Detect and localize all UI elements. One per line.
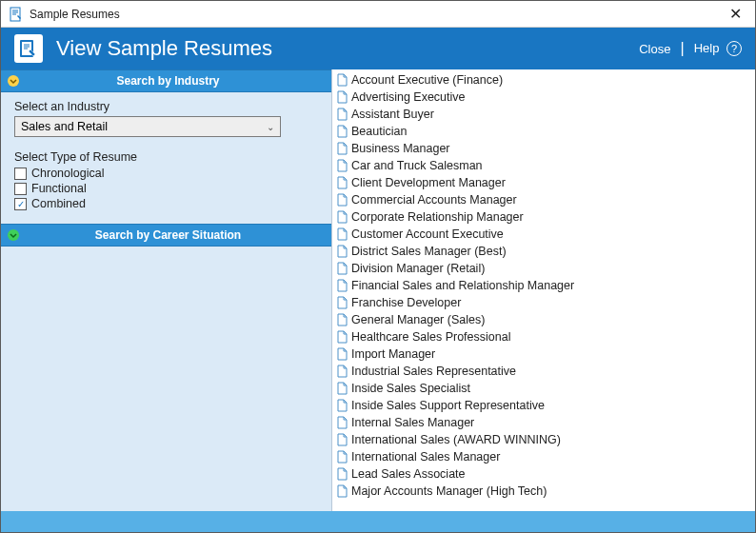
app-icon (14, 34, 43, 63)
list-item[interactable]: Import Manager (334, 345, 755, 363)
footer-bar (1, 511, 755, 533)
list-item[interactable]: Inside Sales Support Representative (334, 397, 755, 414)
accordion-search-by-industry[interactable]: Search by Industry (1, 69, 331, 92)
list-item[interactable]: Advertising Executive (334, 89, 755, 106)
list-item[interactable]: Financial Sales and Relationship Manager (334, 277, 755, 294)
list-item[interactable]: Assistant Buyer (334, 106, 755, 123)
list-item-label: District Sales Manager (Best) (351, 245, 507, 258)
list-item[interactable]: Industrial Sales Representative (334, 363, 755, 380)
window-title: Sample Resumes (30, 8, 724, 21)
titlebar: Sample Resumes ✕ (1, 1, 755, 28)
results-list[interactable]: Account Executive (Finance)Advertising E… (332, 69, 755, 511)
list-item-label: Franchise Developer (351, 296, 461, 309)
list-item[interactable]: Commercial Accounts Manager (334, 191, 755, 208)
dropdown-value: Sales and Retail (21, 120, 108, 133)
checkbox[interactable] (14, 168, 27, 180)
list-item[interactable]: General Manager (Sales) (334, 311, 755, 328)
document-icon (336, 279, 348, 292)
document-icon (336, 227, 348, 241)
document-icon (336, 433, 348, 446)
help-link[interactable]: Help ? (694, 41, 742, 57)
list-item-label: Customer Account Executive (351, 227, 504, 241)
list-item-label: International Sales Manager (351, 450, 500, 464)
accordion-label: Search by Career Situation (22, 228, 331, 242)
arrow-down-icon (5, 227, 22, 244)
app-small-icon (9, 7, 24, 22)
accordion-search-by-career-situation[interactable]: Search by Career Situation (1, 224, 331, 247)
list-item-label: Division Manager (Retail) (351, 262, 485, 275)
help-label: Help (694, 41, 720, 55)
list-item-label: Assistant Buyer (351, 108, 434, 121)
separator: | (680, 40, 684, 57)
document-icon (336, 296, 348, 309)
list-item[interactable]: International Sales (AWARD WINNING) (334, 431, 755, 448)
list-item[interactable]: Customer Account Executive (334, 226, 755, 243)
list-item-label: Account Executive (Finance) (351, 73, 503, 87)
list-item[interactable]: Major Accounts Manager (High Tech) (334, 483, 755, 500)
document-icon (336, 450, 348, 464)
checkbox[interactable]: ✓ (14, 198, 27, 210)
list-item[interactable]: Lead Sales Associate (334, 465, 755, 483)
list-item[interactable]: Business Manager (334, 140, 755, 157)
help-icon: ? (726, 41, 742, 56)
document-icon (336, 108, 348, 121)
list-item[interactable]: District Sales Manager (Best) (334, 243, 755, 260)
document-icon (336, 142, 348, 155)
checkbox-label: Chronological (31, 167, 104, 180)
sidebar: Search by Industry Select an Industry Sa… (1, 69, 332, 511)
list-item-label: Inside Sales Specialist (351, 382, 470, 395)
accordion-body-industry: Select an Industry Sales and Retail ⌄ Se… (1, 92, 331, 224)
page-title: View Sample Resumes (56, 36, 639, 61)
checkbox-label: Combined (31, 197, 86, 210)
window-close-button[interactable]: ✕ (724, 5, 747, 23)
document-icon (336, 262, 348, 275)
close-link[interactable]: Close (639, 42, 670, 56)
document-icon (336, 90, 348, 104)
list-item[interactable]: Inside Sales Specialist (334, 380, 755, 397)
header: View Sample Resumes Close | Help ? (1, 28, 755, 69)
document-icon (336, 382, 348, 395)
list-item-label: International Sales (AWARD WINNING) (351, 433, 561, 446)
list-item[interactable]: Beautician (334, 123, 755, 140)
checkbox[interactable] (14, 183, 27, 195)
list-item-label: Inside Sales Support Representative (351, 399, 545, 412)
arrow-down-icon (5, 72, 22, 89)
list-item-label: Healthcare Sales Professional (351, 330, 510, 344)
list-item-label: Major Accounts Manager (High Tech) (351, 484, 547, 498)
list-item-label: Advertising Executive (351, 90, 466, 104)
list-item[interactable]: Internal Sales Manager (334, 414, 755, 431)
checkbox-row[interactable]: Functional (14, 182, 318, 195)
list-item[interactable]: Client Development Manager (334, 174, 755, 191)
list-item[interactable]: Car and Truck Salesman (334, 157, 755, 174)
list-item[interactable]: International Sales Manager (334, 448, 755, 465)
accordion-label: Search by Industry (22, 74, 331, 88)
document-icon (336, 347, 348, 361)
document-icon (336, 467, 348, 481)
list-item-label: General Manager (Sales) (351, 313, 485, 326)
list-item[interactable]: Healthcare Sales Professional (334, 328, 755, 345)
list-item[interactable]: Division Manager (Retail) (334, 260, 755, 277)
list-item[interactable]: Franchise Developer (334, 294, 755, 311)
list-item-label: Business Manager (351, 142, 450, 155)
list-item-label: Corporate Relationship Manager (351, 210, 524, 224)
document-icon (336, 193, 348, 207)
list-item-label: Car and Truck Salesman (351, 159, 483, 172)
list-item-label: Industrial Sales Representative (351, 365, 516, 378)
main-body: Search by Industry Select an Industry Sa… (1, 69, 755, 511)
document-icon (336, 159, 348, 172)
checkbox-row[interactable]: ✓Combined (14, 197, 318, 210)
checkbox-row[interactable]: Chronological (14, 167, 318, 180)
document-icon (336, 365, 348, 378)
checkbox-label: Functional (31, 182, 87, 195)
list-item[interactable]: Corporate Relationship Manager (334, 208, 755, 226)
list-item[interactable]: Account Executive (Finance) (334, 71, 755, 89)
resume-type-label: Select Type of Resume (14, 150, 318, 164)
document-icon (336, 73, 348, 87)
list-item-label: Lead Sales Associate (351, 467, 466, 481)
document-icon (336, 330, 348, 344)
document-icon (336, 210, 348, 224)
document-icon (336, 125, 348, 138)
document-icon (336, 245, 348, 258)
document-icon (336, 399, 348, 412)
industry-dropdown[interactable]: Sales and Retail ⌄ (14, 116, 281, 137)
